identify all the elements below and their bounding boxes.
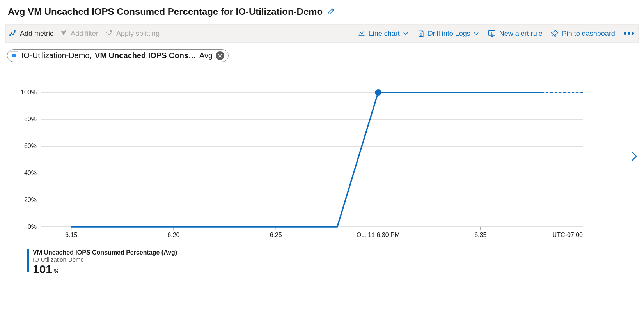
svg-text:80%: 80% [24,116,37,122]
title-row: Avg VM Uncached IOPS Consumed Percentage… [5,4,639,24]
metric-pill[interactable]: IO-Utilization-Demo, VM Uncached IOPS Co… [7,49,229,62]
next-chart-icon[interactable] [631,151,638,163]
drill-into-logs-dropdown[interactable]: Drill into Logs [417,29,479,38]
svg-text:6:20: 6:20 [167,232,179,238]
svg-point-0 [9,35,11,36]
chart-type-label: Line chart [369,30,400,38]
chart-type-dropdown[interactable]: Line chart [357,30,408,38]
pill-resource: IO-Utilization-Demo, [21,51,92,60]
page-title: Avg VM Uncached IOPS Consumed Percentage… [8,6,323,17]
add-metric-button[interactable]: Add metric [9,30,53,38]
legend-resource-name: IO-Utilization-Demo [33,256,177,263]
chart-legend: VM Uncached IOPS Consumed Percentage (Av… [5,249,639,276]
pill-aggregation: Avg [199,51,213,60]
svg-point-9 [491,34,492,35]
edit-title-icon[interactable] [327,7,336,17]
svg-text:6:15: 6:15 [65,232,77,238]
legend-value: 101 [33,263,52,276]
more-actions-button[interactable]: ••• [624,28,635,39]
apply-splitting-label: Apply splitting [116,30,160,38]
svg-text:6:25: 6:25 [270,232,282,238]
metrics-toolbar: Add metric Add filter Apply splitting [5,24,639,43]
svg-text:40%: 40% [24,170,37,176]
svg-text:0%: 0% [28,223,37,230]
add-metric-label: Add metric [20,30,53,38]
drill-into-logs-label: Drill into Logs [428,30,470,38]
legend-unit: % [54,268,59,275]
svg-point-4 [106,32,107,33]
pin-to-dashboard-label: Pin to dashboard [562,30,615,38]
svg-text:UTC-07:00: UTC-07:00 [552,232,583,238]
new-alert-rule-button[interactable]: New alert rule [488,30,543,38]
legend-series-name: VM Uncached IOPS Consumed Percentage (Av… [33,249,177,256]
svg-text:6:35: 6:35 [474,232,486,238]
pin-to-dashboard-button[interactable]: Pin to dashboard [551,29,615,38]
svg-text:100%: 100% [21,89,37,96]
new-alert-rule-label: New alert rule [499,30,543,38]
svg-point-34 [375,89,381,96]
add-filter-label: Add filter [71,30,98,38]
vm-icon [10,51,18,60]
svg-point-1 [11,33,12,34]
apply-splitting-button: Apply splitting [105,30,160,38]
remove-metric-icon[interactable] [216,51,224,60]
add-filter-button: Add filter [60,30,98,38]
svg-text:20%: 20% [24,196,37,203]
svg-text:Oct 11 6:30 PM: Oct 11 6:30 PM [357,232,400,238]
line-chart[interactable]: 0%20%40%60%80%100%6:156:206:25Oct 11 6:3… [5,77,630,244]
pill-metric: VM Uncached IOPS Cons… [95,51,196,60]
svg-point-2 [12,34,14,35]
svg-text:60%: 60% [24,143,37,149]
legend-color-swatch [27,249,29,272]
chart-area: 0%20%40%60%80%100%6:156:206:25Oct 11 6:3… [5,77,639,244]
